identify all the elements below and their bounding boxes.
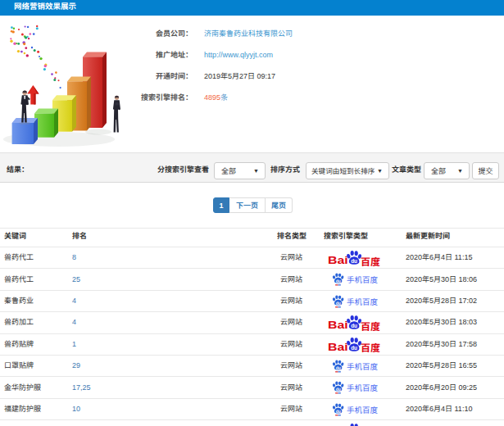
svg-text:du: du: [351, 324, 357, 329]
svg-text:du: du: [336, 301, 341, 305]
svg-text:du: du: [336, 279, 341, 283]
svg-text:du: du: [336, 409, 341, 413]
svg-text:du: du: [336, 387, 341, 392]
svg-text:du: du: [336, 365, 341, 369]
svg-text:du: du: [351, 258, 357, 264]
svg-text:du: du: [351, 345, 357, 351]
